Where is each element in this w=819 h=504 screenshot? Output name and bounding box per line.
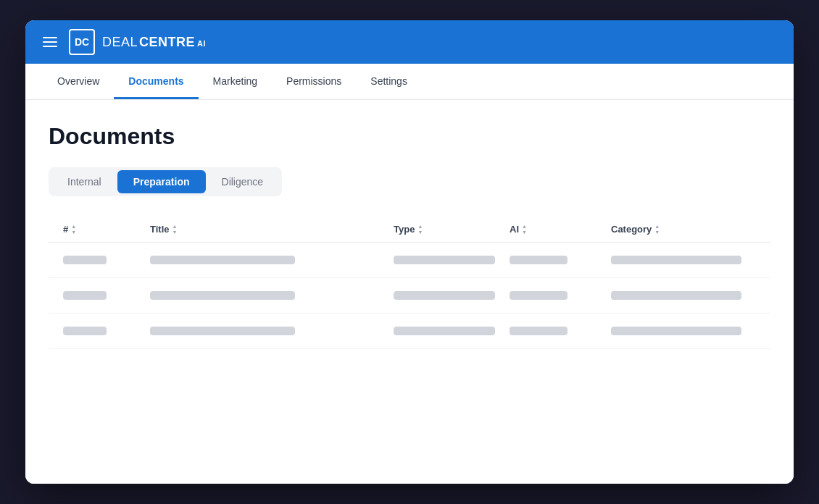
- tab-marketing[interactable]: Marketing: [199, 64, 272, 99]
- col-category[interactable]: Category: [611, 224, 756, 235]
- page-title: Documents: [49, 123, 770, 150]
- skeleton-type: [394, 327, 495, 335]
- skeleton-ai: [510, 291, 568, 300]
- logo-deal: DEAL: [102, 35, 138, 50]
- logo-box: DC: [69, 29, 95, 55]
- skeleton-number: [63, 256, 107, 264]
- navbar: DC DEALCENTREAI: [25, 20, 794, 64]
- skeleton-number: [63, 327, 107, 335]
- filter-preparation[interactable]: Preparation: [117, 170, 206, 193]
- logo-centre: CENTRE: [139, 35, 195, 50]
- table-row: [49, 278, 770, 314]
- sort-type-icon: [417, 224, 423, 235]
- tab-documents[interactable]: Documents: [114, 64, 198, 99]
- col-number[interactable]: #: [63, 224, 150, 235]
- skeleton-type: [394, 291, 495, 300]
- col-type[interactable]: Type: [394, 224, 510, 235]
- tab-settings[interactable]: Settings: [356, 64, 422, 99]
- tab-permissions[interactable]: Permissions: [272, 64, 356, 99]
- main-content: Documents Internal Preparation Diligence…: [25, 100, 794, 484]
- filter-internal[interactable]: Internal: [51, 170, 117, 193]
- browser-window: DC DEALCENTREAI Overview Documents Marke…: [25, 20, 794, 484]
- logo: DC DEALCENTREAI: [69, 29, 206, 55]
- skeleton-ai: [510, 256, 568, 264]
- skeleton-title: [150, 256, 295, 264]
- filter-tabs: Internal Preparation Diligence: [49, 167, 282, 196]
- table-header: # Title Type AI Category: [49, 217, 770, 243]
- tab-navigation: Overview Documents Marketing Permissions…: [25, 64, 794, 100]
- table-row: [49, 314, 770, 349]
- logo-ai: AI: [197, 39, 206, 48]
- sort-title-icon: [172, 224, 178, 235]
- skeleton-category: [611, 291, 741, 300]
- menu-button[interactable]: [43, 37, 57, 47]
- skeleton-category: [611, 327, 741, 335]
- skeleton-title: [150, 291, 295, 300]
- skeleton-number: [63, 291, 107, 300]
- skeleton-type: [394, 256, 495, 264]
- logo-text: DEALCENTREAI: [102, 35, 206, 50]
- skeleton-title: [150, 327, 295, 335]
- skeleton-ai: [510, 327, 568, 335]
- col-title[interactable]: Title: [150, 224, 394, 235]
- tab-overview[interactable]: Overview: [43, 64, 114, 99]
- sort-category-icon: [654, 224, 660, 235]
- table-row: [49, 243, 770, 278]
- skeleton-category: [611, 256, 741, 264]
- documents-table: # Title Type AI Category: [49, 217, 770, 349]
- sort-ai-icon: [522, 224, 527, 235]
- sort-number-icon: [71, 224, 76, 235]
- filter-diligence[interactable]: Diligence: [206, 170, 280, 193]
- col-ai[interactable]: AI: [510, 224, 611, 235]
